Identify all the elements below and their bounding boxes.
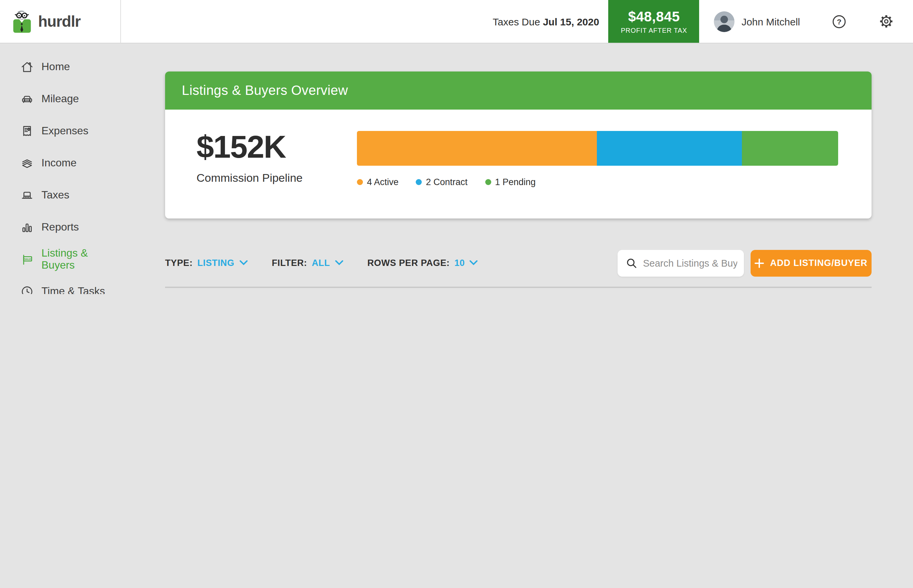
type-label: TYPE: <box>165 258 193 268</box>
plus-icon <box>755 258 764 268</box>
settings-button[interactable] <box>878 13 894 29</box>
pipeline-amount: $152K <box>197 131 302 162</box>
filter-label: FILTER: <box>272 258 307 268</box>
sidebar-item-reports[interactable]: Reports <box>0 211 121 243</box>
sidebar-item-taxes[interactable]: Taxes <box>0 179 121 211</box>
legend-item-contract: 2 Contract <box>416 177 468 187</box>
chevron-down-icon <box>239 260 248 266</box>
search-icon <box>625 257 638 269</box>
sidebar-item-label: Listings & Buyers <box>42 247 121 271</box>
overview-title: Listings & Buyers Overview <box>182 83 348 98</box>
bar-segment-contract <box>596 131 742 166</box>
user-name[interactable]: John Mitchell <box>742 16 800 27</box>
type-value: LISTING <box>197 258 234 268</box>
overview-card-header: Listings & Buyers Overview <box>165 71 871 110</box>
add-listing-buyer-button[interactable]: ADD LISTING/BUYER <box>751 250 871 276</box>
list-toolbar: TYPE: LISTING FILTER: ALL ROWS PER PAGE:… <box>165 249 871 276</box>
add-listing-buyer-label: ADD LISTING/BUYER <box>770 258 868 268</box>
overview-card: Listings & Buyers Overview $152K Commiss… <box>165 71 871 218</box>
hurdlr-mascot-icon <box>11 9 34 34</box>
toolbar-divider <box>165 287 871 288</box>
topbar-right: Taxes Due Jul 15, 2020 $48,845 PROFIT AF… <box>493 0 913 43</box>
legend-item-pending: 1 Pending <box>485 177 536 187</box>
svg-text:?: ? <box>837 17 842 26</box>
sidebar-item-mileage[interactable]: Mileage <box>0 83 121 115</box>
sidebar-item-income[interactable]: Income <box>0 147 121 179</box>
legend-label: 2 Contract <box>426 177 468 187</box>
taxes-due-date: Jul 15, 2020 <box>543 16 599 27</box>
tax-hat-icon <box>20 188 34 202</box>
sidebar-item-listings-buyers[interactable]: SALE Listings & Buyers <box>0 243 121 275</box>
pipeline-chart: 4 Active 2 Contract 1 Pending <box>357 131 838 187</box>
sidebar-item-home[interactable]: Home <box>0 51 121 83</box>
legend-dot-pending <box>485 179 491 185</box>
sidebar-item-label: Reports <box>42 221 79 233</box>
legend-label: 4 Active <box>367 177 399 187</box>
sidebar-item-time-tasks[interactable]: Time & Tasks <box>0 275 121 294</box>
car-icon <box>20 92 34 106</box>
hurdlr-dashboard: hurdlr Taxes Due Jul 15, 2020 $48,845 PR… <box>0 0 913 294</box>
legend-item-active: 4 Active <box>357 177 399 187</box>
type-dropdown[interactable]: TYPE: LISTING <box>165 258 248 268</box>
chevron-down-icon <box>470 260 478 266</box>
filter-group: TYPE: LISTING FILTER: ALL ROWS PER PAGE:… <box>165 258 478 268</box>
filter-value: ALL <box>312 258 330 268</box>
receipt-icon <box>20 124 34 138</box>
taxes-due: Taxes Due Jul 15, 2020 <box>493 16 599 27</box>
brand-logo[interactable]: hurdlr <box>0 0 121 43</box>
overview-card-body: $152K Commission Pipeline 4 Active <box>165 110 871 218</box>
legend-dot-contract <box>416 179 422 185</box>
legend-label: 1 Pending <box>495 177 536 187</box>
bar-chart-icon <box>20 220 34 234</box>
svg-text:SALE: SALE <box>24 257 31 260</box>
chevron-down-icon <box>334 260 343 266</box>
sale-sign-icon: SALE <box>20 252 34 266</box>
rows-per-page-value: 10 <box>454 258 465 268</box>
bar-segment-pending <box>742 131 838 166</box>
help-button[interactable]: ? <box>831 13 847 30</box>
profit-after-tax-badge: $48,845 PROFIT AFTER TAX <box>609 0 700 43</box>
profit-amount: $48,845 <box>628 9 680 25</box>
bar-segment-active <box>357 131 596 166</box>
sidebar-item-label: Income <box>42 157 76 169</box>
sidebar-item-label: Taxes <box>42 189 69 201</box>
gear-icon <box>878 13 894 29</box>
clock-icon <box>20 284 34 294</box>
sidebar-item-label: Time & Tasks <box>42 285 105 294</box>
main-content: Listings & Buyers Overview $152K Commiss… <box>121 43 913 294</box>
search-box <box>617 250 744 276</box>
legend-dot-active <box>357 179 363 185</box>
stacked-bar <box>357 131 838 166</box>
rows-per-page-label: ROWS PER PAGE: <box>367 258 449 268</box>
cash-icon <box>20 156 34 170</box>
topbar: hurdlr Taxes Due Jul 15, 2020 $48,845 PR… <box>0 0 913 44</box>
chart-legend: 4 Active 2 Contract 1 Pending <box>357 177 838 187</box>
sidebar-item-label: Expenses <box>42 125 89 137</box>
pipeline-summary: $152K Commission Pipeline <box>197 131 302 185</box>
sidebar-item-label: Mileage <box>42 93 79 105</box>
taxes-due-label: Taxes Due <box>493 16 540 27</box>
sidebar-item-label: Home <box>42 61 70 73</box>
sidebar: Home Mileage Expenses <box>0 43 121 294</box>
brand-wordmark: hurdlr <box>38 12 81 31</box>
filter-dropdown[interactable]: FILTER: ALL <box>272 258 343 268</box>
rows-per-page-dropdown[interactable]: ROWS PER PAGE: 10 <box>367 258 478 268</box>
user-avatar[interactable] <box>714 11 735 32</box>
sidebar-item-expenses[interactable]: Expenses <box>0 115 121 147</box>
question-circle-icon: ? <box>831 13 847 30</box>
pipeline-caption: Commission Pipeline <box>197 172 302 185</box>
profit-label: PROFIT AFTER TAX <box>621 27 687 34</box>
toolbar-right: ADD LISTING/BUYER <box>617 250 871 276</box>
home-icon <box>20 60 34 74</box>
